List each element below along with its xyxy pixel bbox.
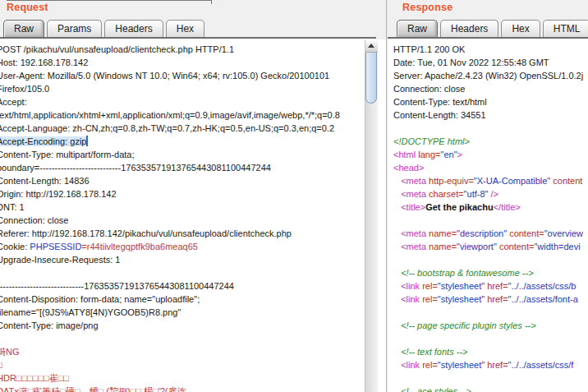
response-text-segment: rel=: [422, 360, 438, 370]
request-line: Firefox/105.0: [0, 82, 386, 95]
response-line: Date: Tue, 01 Nov 2022 12:55:48 GMT: [393, 56, 583, 69]
request-tab-headers[interactable]: Headers: [104, 20, 163, 38]
response-raw-text: HTTP/1.1 200 OKDate: Tue, 01 Nov 2022 12…: [393, 43, 583, 392]
request-text-segment: POST /pikachu/vul/unsafeupload/clientche…: [0, 44, 234, 54]
request-text-segment: text/html,application/xhtml+xml,applicat…: [0, 110, 340, 120]
response-text-segment: </title>: [494, 202, 521, 212]
scroll-up-button[interactable]: [365, 39, 378, 53]
response-text-segment: <link: [393, 281, 422, 291]
request-text-segment: Accept-Language: zh-CN,zh;q=0.8,zh-TW;q=…: [0, 123, 334, 133]
request-line: filename="[(9JS%ATY8[4N)YGOOB5)R8.png": [0, 306, 386, 319]
response-tab-hex[interactable]: Hex: [501, 20, 540, 38]
request-tab-hex[interactable]: Hex: [166, 20, 204, 38]
response-text-segment: charset=: [429, 189, 464, 199]
response-line: <meta name="viewport" content="width=dev…: [393, 240, 583, 253]
response-text-segment: <title>: [393, 202, 425, 212]
response-line: HTTP/1.1 200 OK: [393, 43, 583, 56]
scroll-thumb[interactable]: [365, 53, 377, 104]
response-text-segment: <meta: [393, 228, 429, 238]
response-tab-headers[interactable]: Headers: [440, 20, 498, 38]
response-line: <link rel="stylesheet" href="../../asset…: [393, 358, 583, 371]
response-text-segment: "en": [441, 150, 457, 159]
request-line: boundary=---------------------------1763…: [0, 161, 386, 174]
response-text-segment: "stylesheet": [438, 360, 485, 370]
request-text-segment: boundary=---------------------------1763…: [0, 163, 271, 173]
response-tab-raw[interactable]: Raw: [397, 20, 438, 38]
request-text-segment: □: [0, 360, 2, 370]
request-line: Content-Type: image/png: [0, 319, 386, 332]
response-text-segment: content: [550, 176, 582, 186]
response-line: <!-- bootstrap & fontawesome -->: [393, 266, 583, 279]
top-partial-border: [7, 0, 211, 1]
request-line: Accept-Encoding: gzip: [0, 135, 386, 148]
response-text-segment: <meta: [393, 242, 429, 251]
response-line: Server: Apache/2.4.23 (Win32) OpenSSL/1.…: [393, 69, 583, 82]
request-text-segment: Content-Type: image/png: [0, 321, 99, 330]
request-scrollbar[interactable]: [365, 39, 378, 392]
response-line: [393, 214, 583, 227]
request-tab-params[interactable]: Params: [47, 20, 102, 38]
response-line: Connection: close: [393, 82, 583, 95]
request-text-segment: filename="[(9JS%ATY8[4N)YGOOB5)R8.png": [0, 307, 181, 317]
request-text-segment: Cookie:: [0, 242, 30, 251]
request-editor[interactable]: POST /pikachu/vul/unsafeupload/clientche…: [0, 39, 386, 392]
response-text-segment: "../../assets/font-a: [508, 294, 578, 304]
response-text-segment: "description": [457, 228, 507, 238]
response-viewer[interactable]: HTTP/1.1 200 OKDate: Tue, 01 Nov 2022 12…: [387, 39, 588, 392]
response-text-segment: <!-- page specific plugin styles -->: [393, 321, 536, 330]
panel-divider: [386, 0, 388, 392]
request-tab-raw[interactable]: Raw: [3, 20, 44, 38]
request-text-segment: User-Agent: Mozilla/5.0 (Windows NT 10.0…: [0, 71, 329, 81]
text-caret: [86, 136, 88, 146]
top-partial-border-tick: [211, 0, 212, 4]
scroll-up-icon: [368, 44, 374, 48]
request-text-segment: Content-Length: 14836: [0, 176, 90, 186]
response-text-segment: HTTP/1.1 200 OK: [393, 44, 465, 54]
response-text-segment: content=: [507, 228, 544, 238]
response-text-segment: "overview: [544, 228, 583, 238]
response-text-segment: "stylesheet": [438, 294, 485, 304]
request-line: -----------------------------17635357191…: [0, 279, 386, 293]
request-line: Connection: close: [0, 214, 386, 227]
request-text-segment: Connection: close: [0, 215, 68, 225]
response-text-segment: />: [488, 189, 498, 199]
request-line: Host: 192.168.178.142: [0, 56, 386, 69]
response-line: <link rel="stylesheet" href="../../asset…: [393, 279, 583, 293]
response-line: <meta charset="utf-8" />: [393, 187, 583, 201]
response-text-segment: Content-Type: text/html: [393, 97, 487, 107]
request-line: POST /pikachu/vul/unsafeupload/clientche…: [0, 43, 386, 56]
response-text-segment: lang=: [418, 150, 440, 159]
response-text-segment: <!-- text fonts -->: [393, 347, 467, 357]
request-line: Content-Type: multipart/form-data;: [0, 148, 386, 161]
response-text-segment: "X-UA-Compatible": [474, 176, 550, 186]
request-line: User-Agent: Mozilla/5.0 (Windows NT 10.0…: [0, 69, 386, 82]
response-text-segment: <head>: [393, 163, 424, 173]
request-text-segment: DNT: 1: [0, 202, 25, 212]
response-line: [393, 253, 583, 266]
response-text-segment: "stylesheet": [438, 281, 485, 291]
response-text-segment: name=: [429, 242, 457, 251]
request-line: 塒NG: [0, 345, 386, 358]
request-text-segment: -----------------------------17635357191…: [0, 281, 234, 291]
request-text-segment: HDR□□□□□□崔□□: [0, 373, 69, 383]
response-line: [393, 122, 583, 135]
response-line: [393, 306, 583, 319]
request-line: Content-Length: 14836: [0, 174, 386, 187]
response-text-segment: <link: [393, 294, 422, 304]
response-text-segment: <!-- bootstrap & fontawesome -->: [393, 268, 534, 278]
request-text-segment: Host: 192.168.178.142: [0, 58, 88, 67]
request-text-segment: Content-Type: multipart/form-data;: [0, 150, 135, 159]
response-text-segment: http-equiv=: [429, 176, 474, 186]
request-line: Cookie: PHPSESSID=r44tiivltegqptfk9ba6me…: [0, 240, 386, 253]
request-text-segment: DATx滱□寉箑秲□硬□。乸□,(睝捌)□□,楬□'?(雇连: [0, 386, 186, 392]
response-line: <html lang="en">: [393, 148, 583, 161]
response-tab-html[interactable]: HTML: [543, 20, 588, 38]
response-text-segment: <link: [393, 360, 422, 370]
response-line: <meta http-equiv="X-UA-Compatible" conte…: [393, 174, 583, 187]
response-text-segment: "../../assets/css/b: [508, 281, 577, 291]
request-tab-bar: RawParamsHeadersHex: [3, 19, 207, 38]
request-line: □: [0, 358, 386, 371]
response-text-segment: "viewport": [457, 242, 497, 251]
response-text-segment: <meta: [393, 189, 429, 199]
response-text-segment: rel=: [422, 281, 438, 291]
